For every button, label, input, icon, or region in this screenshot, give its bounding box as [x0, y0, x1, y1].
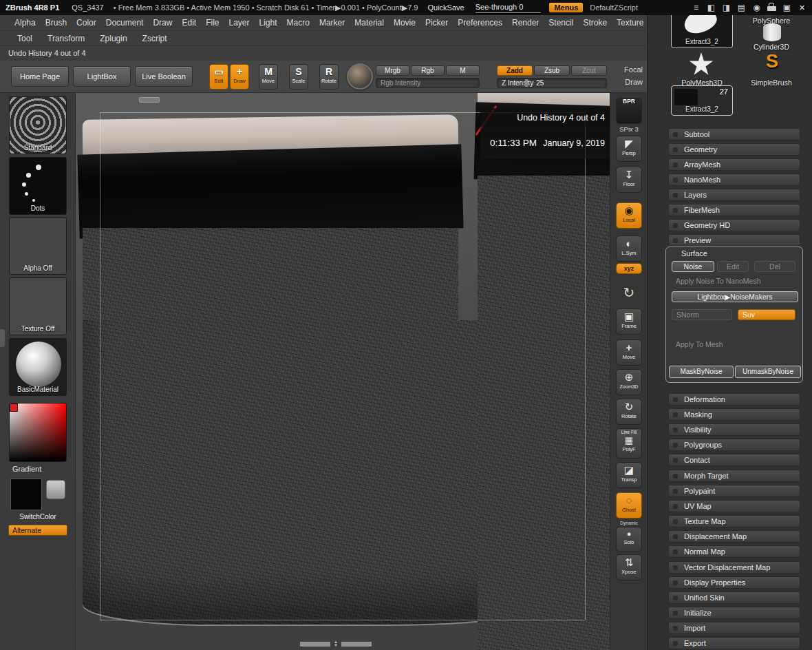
xyz-button[interactable]: xyz: [616, 263, 642, 274]
menus-toggle-button[interactable]: Menus: [549, 3, 583, 12]
move-canvas-button[interactable]: + Move: [616, 339, 642, 366]
apply-noise-nanomesh-button[interactable]: Apply Noise To NanoMesh: [672, 276, 798, 287]
tool-section[interactable]: Deformation: [668, 393, 800, 406]
tool-section[interactable]: Unified Skin: [668, 591, 800, 604]
tool-section[interactable]: NanoMesh: [668, 174, 800, 186]
snorm-slider[interactable]: SNorm: [672, 309, 732, 320]
noise-button[interactable]: Noise: [672, 261, 714, 272]
orbit-icon[interactable]: ↻: [616, 284, 642, 301]
menu-item[interactable]: Layer: [224, 18, 255, 28]
scrollbar-left-bar[interactable]: [300, 642, 330, 647]
menu-item[interactable]: Draw: [148, 18, 177, 28]
menu-item[interactable]: Picker: [420, 18, 453, 28]
live-boolean-button[interactable]: Live Boolean: [135, 66, 193, 87]
menu-item[interactable]: Color: [72, 18, 101, 28]
menu-item[interactable]: Texture: [612, 18, 648, 28]
zsub-button[interactable]: Zsub: [534, 65, 570, 76]
unmask-by-noise-button[interactable]: UnmaskByNoise: [735, 366, 801, 378]
menu-item[interactable]: Tool: [10, 34, 40, 43]
scrollbar-arrows[interactable]: ▲ ▼: [334, 640, 338, 647]
tool-section[interactable]: Normal Map: [668, 545, 800, 558]
switch-color-widget[interactable]: [9, 477, 67, 513]
draw-size-label[interactable]: Draw: [610, 78, 643, 86]
menu-item[interactable]: Material: [350, 18, 389, 28]
texture-selector[interactable]: Texture Off: [9, 277, 67, 335]
tool-section[interactable]: Preview: [668, 234, 800, 247]
tool-section[interactable]: Vector Displacement Map: [668, 561, 800, 574]
active-tool-thumbnail[interactable]: Extract3_2: [671, 15, 733, 48]
stroke-selector[interactable]: Dots: [9, 157, 67, 215]
menu-item[interactable]: Edit: [177, 18, 201, 28]
tool-section[interactable]: UV Map: [668, 500, 800, 512]
menu-item[interactable]: Movie: [389, 18, 420, 28]
focal-shift-label[interactable]: Focal: [610, 65, 643, 74]
tool-section[interactable]: Display Properties: [668, 576, 800, 589]
scale-mode-button[interactable]: S Scale: [289, 64, 308, 90]
lightbox-noisemakers-button[interactable]: Lightbox▶NoiseMakers: [672, 291, 798, 302]
tool-section[interactable]: Polygroups: [668, 439, 800, 451]
tool-section[interactable]: Subtool: [668, 128, 800, 140]
suv-button[interactable]: Suv: [738, 309, 795, 320]
alternate-button[interactable]: Alternate: [8, 525, 67, 536]
tool-section[interactable]: Morph Target: [668, 470, 800, 482]
surface-section-header[interactable]: Surface: [681, 249, 707, 258]
brush-selector[interactable]: Standard: [9, 96, 67, 154]
tool-section[interactable]: Texture Map: [668, 515, 800, 527]
menu-item[interactable]: Transform: [40, 34, 92, 43]
mrgb-button[interactable]: Mrgb: [376, 65, 409, 76]
tool-section[interactable]: Geometry HD: [668, 219, 800, 231]
menu-item[interactable]: Zscript: [135, 34, 175, 43]
menu-item[interactable]: Brush: [41, 18, 72, 28]
alpha-selector[interactable]: Alpha Off: [9, 217, 67, 275]
color-picker[interactable]: [9, 403, 67, 462]
m-button[interactable]: M: [446, 65, 480, 76]
home-page-button[interactable]: Home Page: [11, 66, 69, 87]
customize-sliders-icon[interactable]: ≡: [692, 3, 701, 12]
rgb-button[interactable]: Rgb: [411, 65, 445, 76]
restore-window-icon[interactable]: ▣: [782, 3, 791, 12]
tool-section[interactable]: Masking: [668, 408, 800, 421]
ghost-button[interactable]: ◌ Ghost: [616, 492, 642, 518]
window-left-icon[interactable]: ◧: [707, 3, 716, 12]
edit-mode-button[interactable]: ▭ Edit: [209, 64, 228, 90]
zoom3d-button[interactable]: ⊕ Zoom3D: [616, 369, 642, 395]
sculpt-canvas[interactable]: Undo History 4 out of 4 0:11:33 PM Janua…: [76, 93, 610, 650]
tool-section[interactable]: Export: [668, 637, 800, 649]
tool-section[interactable]: Import: [668, 622, 800, 634]
tool-section[interactable]: Initialize: [668, 607, 800, 619]
draw-mode-button[interactable]: + Draw: [230, 64, 249, 90]
apply-to-mesh-button[interactable]: Apply To Mesh: [672, 339, 798, 350]
tool-section[interactable]: FiberMesh: [668, 204, 800, 216]
bpr-render-button[interactable]: BPR: [616, 98, 642, 124]
see-through-slider[interactable]: See-through 0: [476, 3, 542, 13]
gradient-toggle[interactable]: Gradient: [12, 465, 41, 473]
tool-section[interactable]: Visibility: [668, 423, 800, 436]
z-intensity-slider[interactable]: Z Intensity25: [497, 78, 607, 88]
menu-item[interactable]: Light: [255, 18, 282, 28]
canvas-scrollbar[interactable]: ▲ ▼: [300, 640, 372, 647]
close-icon[interactable]: ×: [798, 2, 806, 13]
tool-section[interactable]: Polypaint: [668, 485, 800, 497]
scroll-down-icon[interactable]: ▼: [334, 644, 338, 647]
solo-button[interactable]: ● Solo: [616, 527, 642, 552]
tool-section[interactable]: Geometry: [668, 143, 800, 156]
window-right-icon[interactable]: ◨: [722, 3, 731, 12]
canvas-slider-handle[interactable]: [139, 97, 160, 103]
rotate-canvas-button[interactable]: ↻ Rotate: [616, 399, 642, 425]
main-color-swatch[interactable]: [10, 479, 42, 510]
menu-item[interactable]: File: [201, 18, 224, 28]
move-mode-button[interactable]: M Move: [259, 64, 278, 90]
lock-icon[interactable]: [767, 3, 776, 13]
cylinder3d-icon[interactable]: [763, 23, 781, 41]
local-button[interactable]: ◉ Local: [616, 202, 642, 229]
switch-color-label[interactable]: SwitchColor: [9, 513, 67, 521]
record-icon[interactable]: ◉: [752, 3, 761, 12]
tool-section[interactable]: ArrayMesh: [668, 158, 800, 171]
floor-button[interactable]: ↧ Floor: [616, 167, 642, 193]
tool-section[interactable]: Contact: [668, 454, 800, 466]
persp-button[interactable]: ◤ Persp: [616, 136, 642, 162]
spix-slider[interactable]: SPix 3: [616, 125, 642, 133]
transp-button[interactable]: ◪ Transp: [616, 462, 642, 488]
z-intensity-knob[interactable]: [525, 79, 528, 87]
mask-by-noise-button[interactable]: MaskByNoise: [669, 366, 734, 378]
